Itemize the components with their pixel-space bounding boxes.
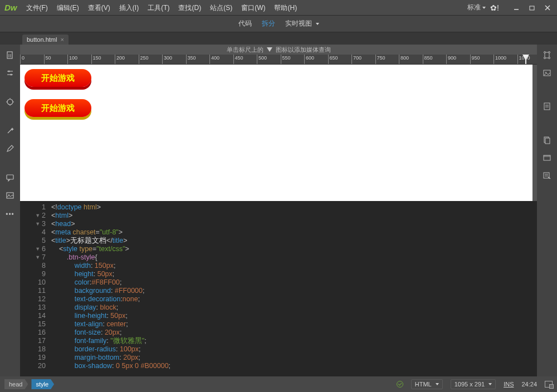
behaviors-panel-icon[interactable] bbox=[542, 170, 552, 180]
doctype-label: HTML bbox=[415, 381, 432, 388]
code-editor[interactable]: 1▼2▼345▼6▼7891011121314151617181920 <!do… bbox=[20, 201, 537, 376]
layout-switcher[interactable]: 标准 bbox=[465, 3, 488, 12]
line-number: 16 bbox=[38, 329, 46, 337]
pen-icon[interactable] bbox=[5, 144, 15, 154]
chevron-down-icon bbox=[316, 23, 319, 25]
preview-in-browser-icon[interactable] bbox=[545, 381, 553, 388]
document-tab-label: button.html bbox=[27, 36, 57, 43]
ruler-tick: 500 bbox=[257, 55, 281, 64]
view-split[interactable]: 拆分 bbox=[262, 19, 275, 28]
more-tools-icon[interactable]: ••• bbox=[6, 210, 14, 218]
view-live[interactable]: 实时视图 bbox=[285, 19, 319, 28]
svg-rect-30 bbox=[544, 103, 550, 110]
comment-icon[interactable] bbox=[5, 173, 15, 183]
line-number: 9 bbox=[42, 270, 46, 278]
line-number: 12 bbox=[38, 295, 46, 303]
document-tab[interactable]: button.html × bbox=[22, 35, 69, 45]
maximize-button[interactable] bbox=[525, 3, 539, 13]
ruler-tick: 1000 bbox=[494, 55, 517, 64]
code-body[interactable]: <!doctype html> <html> <head> <meta char… bbox=[48, 201, 537, 376]
line-gutter: 1▼2▼345▼6▼7891011121314151617181920 bbox=[20, 201, 48, 376]
ruler[interactable]: 0501001502002503003504004505005506006507… bbox=[20, 55, 537, 65]
close-button[interactable] bbox=[540, 3, 555, 13]
view-switcher-bar: 代码 拆分 实时视图 bbox=[0, 16, 557, 32]
ruler-width-marker-icon[interactable] bbox=[522, 55, 529, 60]
svg-rect-17 bbox=[7, 175, 13, 179]
doctype-selector[interactable]: HTML bbox=[411, 379, 443, 389]
ruler-tick: 650 bbox=[328, 55, 352, 64]
menu-site[interactable]: 站点(S) bbox=[206, 0, 237, 16]
chevron-down-icon bbox=[482, 7, 486, 9]
menu-window[interactable]: 窗口(W) bbox=[237, 0, 270, 16]
ruler-hint: 单击标尺上的 图标以添加媒体查询 bbox=[20, 45, 537, 55]
app-logo: Dw bbox=[2, 3, 22, 12]
files-panel-icon[interactable] bbox=[542, 135, 552, 145]
menu-edit[interactable]: 编辑(E) bbox=[52, 0, 84, 16]
menu-find[interactable]: 查找(D) bbox=[174, 0, 206, 16]
ruler-tick: 750 bbox=[375, 55, 399, 64]
right-toolbar bbox=[537, 45, 557, 376]
menu-insert[interactable]: 插入(I) bbox=[115, 0, 143, 16]
line-number: 11 bbox=[38, 287, 46, 295]
menu-file[interactable]: 文件(F) bbox=[22, 0, 52, 16]
wand-icon[interactable] bbox=[5, 126, 15, 136]
line-number: 7 bbox=[42, 253, 46, 262]
ruler-tick: 850 bbox=[423, 55, 447, 64]
layout-label: 标准 bbox=[467, 3, 481, 11]
target-icon[interactable] bbox=[5, 97, 15, 107]
window-controls bbox=[509, 3, 555, 13]
window-size-selector[interactable]: 1095 x 291 bbox=[451, 379, 496, 389]
menu-help[interactable]: 帮助(H) bbox=[270, 0, 301, 16]
line-number: 6 bbox=[42, 245, 46, 253]
insert-mode[interactable]: INS bbox=[504, 381, 514, 388]
image-icon[interactable] bbox=[5, 190, 15, 200]
ruler-tick: 300 bbox=[162, 55, 186, 64]
design-preview[interactable]: 开始游戏 开始游戏 bbox=[20, 65, 537, 201]
svg-rect-36 bbox=[544, 155, 550, 157]
view-code[interactable]: 代码 bbox=[238, 19, 252, 28]
ruler-tick: 0 bbox=[20, 55, 44, 64]
ruler-tick: 400 bbox=[209, 55, 233, 64]
svg-point-21 bbox=[549, 52, 550, 53]
sync-settings-icon[interactable]: ✿! bbox=[490, 3, 499, 12]
fold-icon[interactable]: ▼ bbox=[35, 245, 40, 253]
assets-panel-icon[interactable] bbox=[542, 68, 552, 78]
ruler-tick: 50 bbox=[44, 55, 68, 64]
adjust-icon[interactable] bbox=[5, 68, 15, 78]
media-query-marker-icon bbox=[267, 47, 272, 52]
tag-selector-head[interactable]: head bbox=[4, 379, 28, 389]
fold-icon[interactable]: ▼ bbox=[35, 220, 40, 228]
menu-tools[interactable]: 工具(T) bbox=[143, 0, 174, 16]
fold-icon[interactable]: ▼ bbox=[35, 253, 40, 262]
menu-view[interactable]: 查看(V) bbox=[84, 0, 115, 16]
svg-point-9 bbox=[8, 71, 10, 72]
ruler-tick: 250 bbox=[139, 55, 163, 64]
ruler-tick: 950 bbox=[470, 55, 494, 64]
left-toolbar: ••• bbox=[0, 45, 20, 376]
line-number: 19 bbox=[38, 354, 46, 362]
minimize-button[interactable] bbox=[509, 3, 524, 13]
file-manage-icon[interactable] bbox=[5, 50, 15, 60]
view-live-label: 实时视图 bbox=[285, 19, 312, 28]
preview-button-1[interactable]: 开始游戏 bbox=[25, 69, 91, 87]
line-number: 2 bbox=[42, 212, 46, 220]
ruler-tick: 600 bbox=[304, 55, 328, 64]
preview-button-2[interactable]: 开始游戏 bbox=[25, 99, 91, 117]
svg-rect-4 bbox=[7, 52, 12, 58]
line-number: 20 bbox=[38, 362, 46, 370]
ruler-tick: 150 bbox=[91, 55, 115, 64]
line-number: 8 bbox=[42, 262, 46, 270]
fold-icon[interactable]: ▼ bbox=[35, 212, 40, 220]
css-panel-icon[interactable] bbox=[542, 101, 552, 111]
svg-rect-18 bbox=[7, 193, 13, 198]
svg-rect-34 bbox=[545, 138, 550, 144]
close-tab-icon[interactable]: × bbox=[60, 36, 63, 43]
insert-panel-icon[interactable] bbox=[542, 153, 552, 163]
no-errors-icon[interactable] bbox=[397, 381, 403, 388]
cursor-position: 24:24 bbox=[521, 381, 537, 388]
ruler-tick: 800 bbox=[399, 55, 423, 64]
dom-panel-icon[interactable] bbox=[542, 50, 552, 60]
svg-rect-1 bbox=[530, 6, 534, 10]
chevron-down-icon bbox=[436, 383, 439, 385]
tag-selector-style[interactable]: style bbox=[31, 379, 54, 389]
